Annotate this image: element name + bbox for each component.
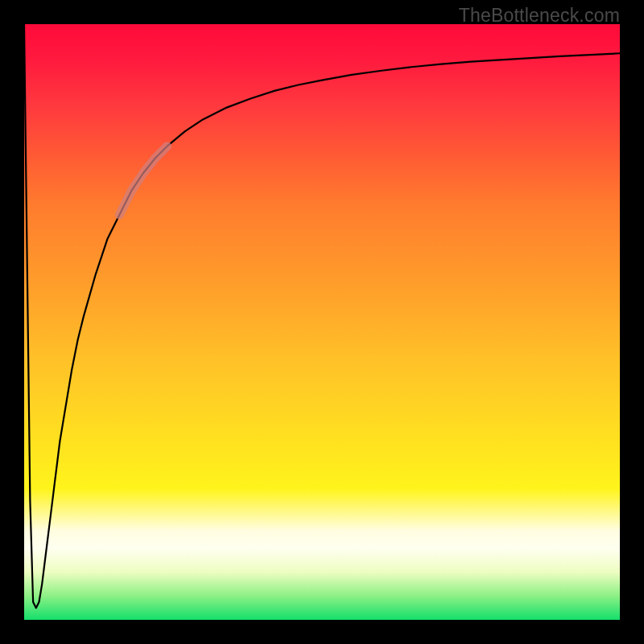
watermark-text: TheBottleneck.com xyxy=(459,5,620,27)
bottleneck-curve xyxy=(24,24,620,608)
chart-frame: TheBottleneck.com xyxy=(0,0,644,644)
plot-area xyxy=(24,24,620,620)
highlight-segment xyxy=(119,147,167,215)
curve-layer xyxy=(24,24,620,620)
